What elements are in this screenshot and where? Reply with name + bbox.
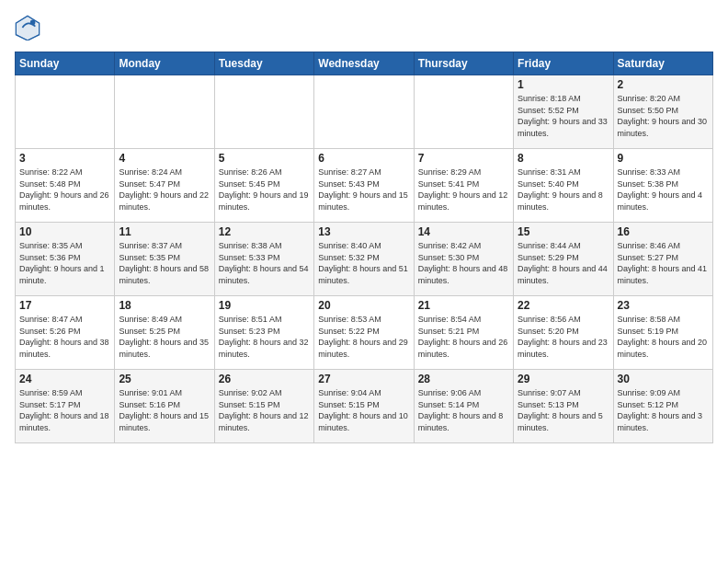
day-number: 14	[418, 225, 509, 238]
day-number: 11	[119, 225, 210, 238]
day-info: Sunrise: 9:02 AM Sunset: 5:15 PM Dayligh…	[219, 387, 310, 433]
day-number: 19	[219, 299, 310, 312]
day-info: Sunrise: 8:51 AM Sunset: 5:23 PM Dayligh…	[219, 314, 310, 360]
day-number: 7	[418, 152, 509, 165]
week-row-3: 17Sunrise: 8:47 AM Sunset: 5:26 PM Dayli…	[16, 296, 713, 370]
calendar-cell: 24Sunrise: 8:59 AM Sunset: 5:17 PM Dayli…	[16, 370, 115, 443]
day-info: Sunrise: 8:53 AM Sunset: 5:22 PM Dayligh…	[318, 314, 409, 360]
day-number: 20	[318, 299, 409, 312]
calendar-cell: 16Sunrise: 8:46 AM Sunset: 5:27 PM Dayli…	[613, 223, 712, 296]
day-number: 26	[219, 373, 310, 385]
day-info: Sunrise: 8:31 AM Sunset: 5:40 PM Dayligh…	[518, 167, 609, 213]
calendar-cell	[314, 75, 414, 149]
day-info: Sunrise: 8:27 AM Sunset: 5:43 PM Dayligh…	[318, 167, 409, 213]
day-number: 30	[618, 373, 709, 385]
calendar-header: SundayMondayTuesdayWednesdayThursdayFrid…	[16, 52, 713, 75]
header-day-thursday: Thursday	[414, 52, 513, 75]
day-info: Sunrise: 8:42 AM Sunset: 5:30 PM Dayligh…	[418, 240, 509, 286]
calendar-cell: 25Sunrise: 9:01 AM Sunset: 5:16 PM Dayli…	[115, 370, 214, 443]
calendar-cell: 18Sunrise: 8:49 AM Sunset: 5:25 PM Dayli…	[115, 296, 214, 370]
calendar-cell: 9Sunrise: 8:33 AM Sunset: 5:38 PM Daylig…	[613, 149, 712, 223]
day-number: 13	[318, 225, 409, 238]
calendar-cell: 11Sunrise: 8:37 AM Sunset: 5:35 PM Dayli…	[115, 223, 214, 296]
day-info: Sunrise: 8:46 AM Sunset: 5:27 PM Dayligh…	[618, 240, 709, 286]
calendar-cell: 29Sunrise: 9:07 AM Sunset: 5:13 PM Dayli…	[514, 370, 613, 443]
day-number: 22	[518, 299, 609, 312]
calendar-cell: 8Sunrise: 8:31 AM Sunset: 5:40 PM Daylig…	[514, 149, 613, 223]
day-number: 5	[219, 152, 310, 165]
calendar-cell: 7Sunrise: 8:29 AM Sunset: 5:41 PM Daylig…	[414, 149, 513, 223]
logo	[15, 15, 44, 40]
header-day-saturday: Saturday	[613, 52, 712, 75]
header-day-sunday: Sunday	[16, 52, 115, 75]
calendar-cell: 2Sunrise: 8:20 AM Sunset: 5:50 PM Daylig…	[613, 75, 712, 149]
svg-point-2	[30, 20, 36, 26]
day-number: 3	[19, 152, 110, 165]
day-info: Sunrise: 9:09 AM Sunset: 5:12 PM Dayligh…	[618, 387, 709, 433]
day-info: Sunrise: 8:58 AM Sunset: 5:19 PM Dayligh…	[618, 314, 709, 360]
calendar-cell: 23Sunrise: 8:58 AM Sunset: 5:19 PM Dayli…	[613, 296, 712, 370]
day-info: Sunrise: 9:07 AM Sunset: 5:13 PM Dayligh…	[518, 387, 609, 433]
day-info: Sunrise: 8:49 AM Sunset: 5:25 PM Dayligh…	[119, 314, 210, 360]
day-number: 27	[318, 373, 409, 385]
day-info: Sunrise: 8:18 AM Sunset: 5:52 PM Dayligh…	[518, 93, 609, 139]
day-number: 2	[618, 78, 709, 91]
day-number: 16	[618, 225, 709, 238]
calendar-table: SundayMondayTuesdayWednesdayThursdayFrid…	[15, 52, 713, 443]
week-row-0: 1Sunrise: 8:18 AM Sunset: 5:52 PM Daylig…	[16, 75, 713, 149]
day-number: 17	[19, 299, 110, 312]
calendar-cell: 17Sunrise: 8:47 AM Sunset: 5:26 PM Dayli…	[16, 296, 115, 370]
day-number: 29	[518, 373, 609, 385]
day-number: 15	[518, 225, 609, 238]
day-number: 12	[219, 225, 310, 238]
day-number: 23	[618, 299, 709, 312]
day-info: Sunrise: 8:47 AM Sunset: 5:26 PM Dayligh…	[19, 314, 110, 360]
day-number: 18	[119, 299, 210, 312]
day-info: Sunrise: 8:56 AM Sunset: 5:20 PM Dayligh…	[518, 314, 609, 360]
day-number: 10	[19, 225, 110, 238]
calendar-cell: 30Sunrise: 9:09 AM Sunset: 5:12 PM Dayli…	[613, 370, 712, 443]
day-info: Sunrise: 9:01 AM Sunset: 5:16 PM Dayligh…	[119, 387, 210, 433]
day-info: Sunrise: 8:26 AM Sunset: 5:45 PM Dayligh…	[219, 167, 310, 213]
day-info: Sunrise: 9:04 AM Sunset: 5:15 PM Dayligh…	[318, 387, 409, 433]
day-number: 24	[19, 373, 110, 385]
calendar-cell: 12Sunrise: 8:38 AM Sunset: 5:33 PM Dayli…	[214, 223, 313, 296]
calendar-cell: 22Sunrise: 8:56 AM Sunset: 5:20 PM Dayli…	[514, 296, 613, 370]
calendar-cell	[414, 75, 513, 149]
calendar-cell: 4Sunrise: 8:24 AM Sunset: 5:47 PM Daylig…	[115, 149, 214, 223]
day-number: 25	[119, 373, 210, 385]
calendar-cell: 3Sunrise: 8:22 AM Sunset: 5:48 PM Daylig…	[16, 149, 115, 223]
day-number: 9	[618, 152, 709, 165]
day-info: Sunrise: 8:59 AM Sunset: 5:17 PM Dayligh…	[19, 387, 110, 433]
week-row-2: 10Sunrise: 8:35 AM Sunset: 5:36 PM Dayli…	[16, 223, 713, 296]
day-info: Sunrise: 8:54 AM Sunset: 5:21 PM Dayligh…	[418, 314, 509, 360]
logo-icon	[15, 15, 40, 40]
day-info: Sunrise: 8:22 AM Sunset: 5:48 PM Dayligh…	[19, 167, 110, 213]
calendar-cell: 10Sunrise: 8:35 AM Sunset: 5:36 PM Dayli…	[16, 223, 115, 296]
day-info: Sunrise: 8:35 AM Sunset: 5:36 PM Dayligh…	[19, 240, 110, 286]
calendar-cell: 6Sunrise: 8:27 AM Sunset: 5:43 PM Daylig…	[314, 149, 414, 223]
day-number: 6	[318, 152, 409, 165]
header-day-monday: Monday	[115, 52, 214, 75]
day-info: Sunrise: 8:33 AM Sunset: 5:38 PM Dayligh…	[618, 167, 709, 213]
day-info: Sunrise: 9:06 AM Sunset: 5:14 PM Dayligh…	[418, 387, 509, 433]
calendar-cell: 15Sunrise: 8:44 AM Sunset: 5:29 PM Dayli…	[514, 223, 613, 296]
calendar-cell: 21Sunrise: 8:54 AM Sunset: 5:21 PM Dayli…	[414, 296, 513, 370]
header-row: SundayMondayTuesdayWednesdayThursdayFrid…	[16, 52, 713, 75]
calendar-cell	[115, 75, 214, 149]
day-info: Sunrise: 8:38 AM Sunset: 5:33 PM Dayligh…	[219, 240, 310, 286]
calendar-cell: 28Sunrise: 9:06 AM Sunset: 5:14 PM Dayli…	[414, 370, 513, 443]
calendar-cell: 19Sunrise: 8:51 AM Sunset: 5:23 PM Dayli…	[214, 296, 313, 370]
day-info: Sunrise: 8:40 AM Sunset: 5:32 PM Dayligh…	[318, 240, 409, 286]
calendar-cell: 27Sunrise: 9:04 AM Sunset: 5:15 PM Dayli…	[314, 370, 414, 443]
week-row-4: 24Sunrise: 8:59 AM Sunset: 5:17 PM Dayli…	[16, 370, 713, 443]
day-info: Sunrise: 8:29 AM Sunset: 5:41 PM Dayligh…	[418, 167, 509, 213]
week-row-1: 3Sunrise: 8:22 AM Sunset: 5:48 PM Daylig…	[16, 149, 713, 223]
day-info: Sunrise: 8:24 AM Sunset: 5:47 PM Dayligh…	[119, 167, 210, 213]
day-number: 28	[418, 373, 509, 385]
day-info: Sunrise: 8:37 AM Sunset: 5:35 PM Dayligh…	[119, 240, 210, 286]
calendar-cell: 5Sunrise: 8:26 AM Sunset: 5:45 PM Daylig…	[214, 149, 313, 223]
calendar-cell: 13Sunrise: 8:40 AM Sunset: 5:32 PM Dayli…	[314, 223, 414, 296]
day-info: Sunrise: 8:44 AM Sunset: 5:29 PM Dayligh…	[518, 240, 609, 286]
calendar-cell: 1Sunrise: 8:18 AM Sunset: 5:52 PM Daylig…	[514, 75, 613, 149]
